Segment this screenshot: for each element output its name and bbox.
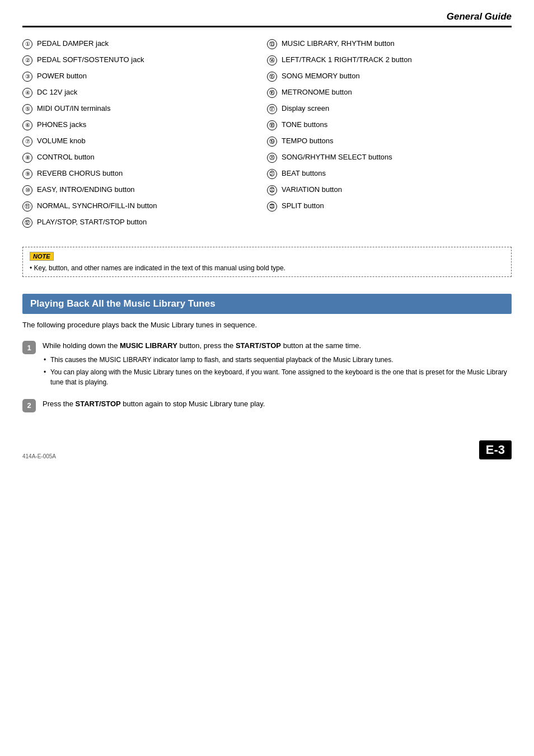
item-label: EASY, INTRO/ENDING button	[37, 185, 135, 195]
list-item: ⑱ TONE buttons	[267, 120, 512, 130]
item-number: ⑧	[22, 153, 32, 163]
list-item: ⑥ PHONES jacks	[22, 120, 267, 130]
list-item: ⑮ SONG MEMORY button	[267, 71, 512, 82]
note-label: NOTE	[30, 252, 54, 261]
list-item: ⑬ MUSIC LIBRARY, RHYTHM button	[267, 39, 512, 49]
item-label: VARIATION button	[282, 185, 342, 195]
list-item: ㉓ SPLIT button	[267, 201, 512, 212]
item-number: ⑤	[22, 104, 32, 114]
list-item: ⑭ LEFT/TRACK 1 RIGHT/TRACK 2 button	[267, 55, 512, 65]
item-label: PLAY/STOP, START/STOP button	[37, 217, 147, 227]
page-footer: 414A-E-005A E-3	[22, 435, 512, 459]
item-number: ⑲	[267, 137, 277, 147]
item-label: TONE buttons	[282, 120, 327, 130]
section-heading: Playing Back All the Music Library Tunes	[22, 294, 512, 314]
item-number: ⑭	[267, 55, 277, 65]
item-number: ③	[22, 72, 32, 82]
list-item: ② PEDAL SOFT/SOSTENUTO jack	[22, 55, 267, 65]
item-label: SONG/RHYTHM SELECT buttons	[282, 152, 392, 162]
left-column: ① PEDAL DAMPER jack ② PEDAL SOFT/SOSTENU…	[22, 39, 267, 233]
item-label: PEDAL DAMPER jack	[37, 39, 109, 49]
note-body: Key, button, and other names are indicat…	[34, 264, 285, 272]
item-number: ⑰	[267, 104, 277, 114]
page-header: General Guide	[22, 11, 512, 27]
step-2: 2Press the START/STOP button again to st…	[22, 398, 512, 413]
step-main-text-2: Press the START/STOP button again to sto…	[43, 398, 512, 410]
item-number: ④	[22, 88, 32, 98]
list-item: ⑤ MIDI OUT/IN terminals	[22, 104, 267, 114]
item-label: BEAT buttons	[282, 168, 326, 179]
page-title: General Guide	[447, 11, 512, 22]
step-content-1: While holding down the MUSIC LIBRARY but…	[43, 340, 512, 389]
item-number: ⑦	[22, 137, 32, 147]
item-number: ⑱	[267, 120, 277, 130]
list-item: ⑩ EASY, INTRO/ENDING button	[22, 185, 267, 195]
list-item: ③ POWER button	[22, 71, 267, 82]
item-label: MUSIC LIBRARY, RHYTHM button	[282, 39, 395, 49]
note-text: • Key, button, and other names are indic…	[30, 264, 504, 272]
list-item: ㉑ BEAT buttons	[267, 168, 512, 179]
item-label: TEMPO buttons	[282, 136, 333, 146]
list-item: ⑦ VOLUME knob	[22, 136, 267, 147]
item-number: ⑯	[267, 88, 277, 98]
steps-container: 1While holding down the MUSIC LIBRARY bu…	[22, 340, 512, 412]
step-number-badge-2: 2	[22, 399, 36, 412]
item-number: ⑫	[22, 218, 32, 228]
item-number: ①	[22, 39, 32, 49]
item-label: POWER button	[37, 71, 87, 81]
list-item: ④ DC 12V jack	[22, 87, 267, 98]
step-bullet-item: This causes the MUSIC LIBRARY indicator …	[43, 355, 512, 365]
item-label: NORMAL, SYNCHRO/FILL-IN button	[37, 201, 157, 211]
item-number: ⑮	[267, 72, 277, 82]
item-number: ㉒	[267, 185, 277, 195]
item-label: SPLIT button	[282, 201, 324, 211]
list-item: ⑫ PLAY/STOP, START/STOP button	[22, 217, 267, 228]
item-number: ⑪	[22, 201, 32, 212]
guide-list: ① PEDAL DAMPER jack ② PEDAL SOFT/SOSTENU…	[22, 39, 512, 233]
item-number: ⑬	[267, 39, 277, 49]
item-label: METRONOME button	[282, 87, 352, 97]
right-column: ⑬ MUSIC LIBRARY, RHYTHM button ⑭ LEFT/TR…	[267, 39, 512, 233]
item-label: CONTROL button	[37, 152, 95, 162]
list-item: ⑧ CONTROL button	[22, 152, 267, 163]
note-bullet: •	[30, 264, 34, 272]
item-label: PEDAL SOFT/SOSTENUTO jack	[37, 55, 144, 65]
note-box: NOTE • Key, button, and other names are …	[22, 247, 512, 277]
list-item: ⑳ SONG/RHYTHM SELECT buttons	[267, 152, 512, 163]
list-item: ⑯ METRONOME button	[267, 87, 512, 98]
list-item: ① PEDAL DAMPER jack	[22, 39, 267, 49]
list-item: ⑰ Display screen	[267, 104, 512, 114]
list-item: ⑨ REVERB CHORUS button	[22, 168, 267, 179]
item-label: REVERB CHORUS button	[37, 168, 123, 179]
item-number: ㉑	[267, 169, 277, 179]
list-item: ⑲ TEMPO buttons	[267, 136, 512, 147]
item-number: ⑨	[22, 169, 32, 179]
item-label: DC 12V jack	[37, 87, 77, 97]
item-label: MIDI OUT/IN terminals	[37, 104, 110, 114]
step-bullets-1: This causes the MUSIC LIBRARY indicator …	[43, 355, 512, 387]
step-content-2: Press the START/STOP button again to sto…	[43, 398, 512, 413]
item-number: ⑥	[22, 120, 32, 130]
item-label: Display screen	[282, 104, 329, 114]
step-number-badge-1: 1	[22, 341, 36, 354]
list-item: ⑪ NORMAL, SYNCHRO/FILL-IN button	[22, 201, 267, 212]
item-number: ㉓	[267, 201, 277, 212]
item-number: ⑳	[267, 153, 277, 163]
item-number: ②	[22, 55, 32, 65]
page-label: E-3	[479, 440, 512, 459]
item-label: LEFT/TRACK 1 RIGHT/TRACK 2 button	[282, 55, 412, 65]
item-label: VOLUME knob	[37, 136, 86, 146]
section-intro: The following procedure plays back the M…	[22, 321, 512, 329]
step-1: 1While holding down the MUSIC LIBRARY bu…	[22, 340, 512, 389]
item-number: ⑩	[22, 185, 32, 195]
step-bullet-item: You can play along with the Music Librar…	[43, 367, 512, 387]
doc-code: 414A-E-005A	[22, 453, 56, 459]
list-item: ㉒ VARIATION button	[267, 185, 512, 195]
step-main-text-1: While holding down the MUSIC LIBRARY but…	[43, 340, 512, 351]
item-label: PHONES jacks	[37, 120, 86, 130]
item-label: SONG MEMORY button	[282, 71, 360, 81]
